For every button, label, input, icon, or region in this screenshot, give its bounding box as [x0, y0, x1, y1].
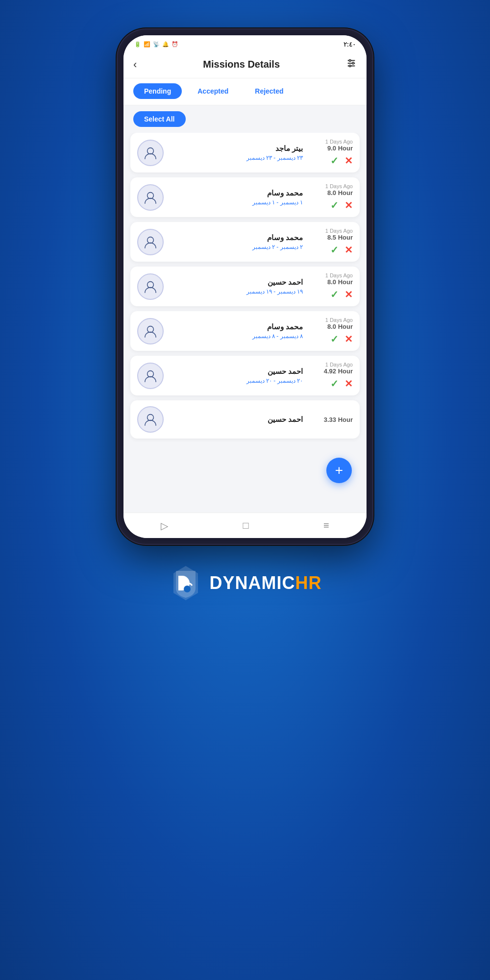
mission-name-7: احمد حسين	[170, 415, 303, 424]
status-icons: 🔋 📶 📡 🔔 ⏰	[134, 41, 178, 48]
meta-hours-4: 8.0 Hour	[309, 278, 353, 286]
accept-icon-3[interactable]: ✓	[330, 244, 339, 256]
mission-info-4: احمد حسين ١٩ ديسمبر - ١٩ ديسمبر	[170, 278, 303, 295]
mission-name-5: محمد وسام	[170, 322, 303, 331]
mission-name-6: احمد حسين	[170, 367, 303, 376]
svg-point-10	[147, 326, 154, 332]
tab-rejected[interactable]: Rejected	[244, 83, 294, 99]
page-title: Missions Details	[203, 59, 280, 70]
wifi-icon: 📡	[153, 41, 160, 48]
mission-date-6: ٢٠ ديسمبر - ٢٠ ديسمبر	[170, 377, 303, 384]
accept-icon-5[interactable]: ✓	[330, 333, 339, 345]
reject-icon-2[interactable]: ✕	[344, 199, 353, 211]
phone-wrapper: 🔋 📶 📡 🔔 ⏰ ٢:٤٠ ‹ Missions Details	[118, 29, 372, 544]
mission-meta-6: 1 Days Ago 4.92 Hour ✓ ✕	[309, 362, 353, 390]
brand-section: DYNAMICHR	[169, 564, 322, 603]
mission-meta-7: 3.33 Hour	[309, 416, 353, 423]
brand-logo-icon	[169, 564, 203, 603]
meta-time-5: 1 Days Ago	[309, 317, 353, 323]
tab-accepted[interactable]: Accepted	[187, 83, 239, 99]
reject-icon-1[interactable]: ✕	[344, 155, 353, 167]
mission-card-5: محمد وسام ٨ ديسمبر - ٨ ديسمبر 1 Days Ago…	[130, 311, 360, 351]
signal-icon: 📶	[144, 41, 150, 48]
mission-meta-4: 1 Days Ago 8.0 Hour ✓ ✕	[309, 272, 353, 300]
select-all-button[interactable]: Select All	[133, 111, 186, 127]
brand-name: DYNAMICHR	[210, 573, 322, 593]
meta-hours-1: 9.0 Hour	[309, 145, 353, 152]
svg-point-3	[349, 60, 351, 62]
svg-point-4	[352, 62, 354, 64]
fab-add-button[interactable]: +	[326, 458, 352, 483]
bell-icon: 🔔	[162, 41, 169, 48]
tab-pending[interactable]: Pending	[133, 83, 182, 99]
accept-icon-1[interactable]: ✓	[330, 155, 339, 167]
meta-hours-3: 8.5 Hour	[309, 234, 353, 241]
meta-time-2: 1 Days Ago	[309, 183, 353, 189]
mission-info-6: احمد حسين ٢٠ ديسمبر - ٢٠ ديسمبر	[170, 367, 303, 384]
meta-actions-3: ✓ ✕	[309, 244, 353, 256]
brand-dynamic: DYNAMIC	[210, 573, 295, 593]
meta-time-1: 1 Days Ago	[309, 139, 353, 145]
battery-icon: 🔋	[134, 41, 141, 48]
mission-card-6: احمد حسين ٢٠ ديسمبر - ٢٠ ديسمبر 1 Days A…	[130, 356, 360, 395]
brand-logo: DYNAMICHR	[169, 564, 322, 603]
nav-menu-icon[interactable]: ≡	[323, 520, 329, 531]
mission-name-2: محمد وسام	[170, 189, 303, 197]
mission-info-3: محمد وسام ٢ ديسمبر - ٢ ديسمبر	[170, 233, 303, 250]
svg-point-5	[349, 65, 351, 67]
meta-time-6: 1 Days Ago	[309, 362, 353, 368]
svg-point-6	[147, 147, 154, 154]
status-bar: 🔋 📶 📡 🔔 ⏰ ٢:٤٠	[123, 35, 367, 53]
app-header: ‹ Missions Details	[123, 53, 367, 78]
svg-point-12	[147, 415, 154, 421]
avatar-6	[137, 363, 164, 389]
mission-card-3: محمد وسام ٢ ديسمبر - ٢ ديسمبر 1 Days Ago…	[130, 222, 360, 262]
bottom-nav: ▷ □ ≡	[123, 513, 367, 538]
meta-hours-2: 8.0 Hour	[309, 189, 353, 196]
svg-point-7	[147, 192, 154, 198]
meta-time-4: 1 Days Ago	[309, 272, 353, 278]
reject-icon-3[interactable]: ✕	[344, 244, 353, 256]
mission-date-1: ٢٣ ديسمبر - ٢٣ ديسمبر	[170, 154, 303, 161]
meta-actions-6: ✓ ✕	[309, 378, 353, 390]
svg-point-13	[184, 586, 191, 592]
filter-icon[interactable]	[346, 58, 357, 71]
alarm-icon: ⏰	[172, 41, 178, 48]
reject-icon-5[interactable]: ✕	[344, 333, 353, 345]
meta-time-3: 1 Days Ago	[309, 228, 353, 234]
nav-home-icon[interactable]: □	[243, 520, 249, 531]
meta-hours-7: 3.33 Hour	[309, 416, 353, 423]
tabs-bar: Pending Accepted Rejected	[123, 78, 367, 105]
accept-icon-2[interactable]: ✓	[330, 199, 339, 211]
svg-point-9	[147, 281, 154, 288]
mission-card-7: احمد حسين 3.33 Hour	[130, 400, 360, 439]
reject-icon-4[interactable]: ✕	[344, 289, 353, 300]
meta-actions-2: ✓ ✕	[309, 199, 353, 211]
back-button[interactable]: ‹	[133, 58, 137, 71]
mission-info-1: بيتر ماجد ٢٣ ديسمبر - ٢٣ ديسمبر	[170, 144, 303, 161]
mission-meta-1: 1 Days Ago 9.0 Hour ✓ ✕	[309, 139, 353, 167]
mission-date-5: ٨ ديسمبر - ٨ ديسمبر	[170, 333, 303, 340]
avatar-1	[137, 140, 164, 166]
accept-icon-4[interactable]: ✓	[330, 289, 339, 300]
status-time: ٢:٤٠	[343, 41, 356, 48]
mission-info-5: محمد وسام ٨ ديسمبر - ٨ ديسمبر	[170, 322, 303, 340]
reject-icon-6[interactable]: ✕	[344, 378, 353, 390]
meta-hours-6: 4.92 Hour	[309, 368, 353, 375]
mission-name-3: محمد وسام	[170, 233, 303, 242]
accept-icon-6[interactable]: ✓	[330, 378, 339, 390]
mission-date-3: ٢ ديسمبر - ٢ ديسمبر	[170, 244, 303, 250]
mission-card-4: احمد حسين ١٩ ديسمبر - ١٩ ديسمبر 1 Days A…	[130, 267, 360, 306]
meta-actions-4: ✓ ✕	[309, 289, 353, 300]
avatar-3	[137, 229, 164, 255]
meta-actions-5: ✓ ✕	[309, 333, 353, 345]
mission-date-2: ١ ديسمبر - ١ ديسمبر	[170, 199, 303, 206]
nav-play-icon[interactable]: ▷	[161, 520, 168, 532]
avatar-2	[137, 184, 164, 211]
mission-card-1: بيتر ماجد ٢٣ ديسمبر - ٢٣ ديسمبر 1 Days A…	[130, 133, 360, 172]
svg-point-8	[147, 237, 154, 243]
meta-hours-5: 8.0 Hour	[309, 323, 353, 330]
mission-date-4: ١٩ ديسمبر - ١٩ ديسمبر	[170, 288, 303, 295]
mission-meta-2: 1 Days Ago 8.0 Hour ✓ ✕	[309, 183, 353, 211]
phone-frame: 🔋 📶 📡 🔔 ⏰ ٢:٤٠ ‹ Missions Details	[118, 29, 372, 544]
